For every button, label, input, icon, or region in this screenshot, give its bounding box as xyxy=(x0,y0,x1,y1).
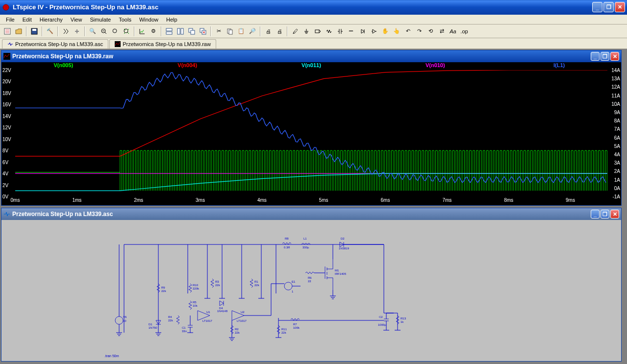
tab-label: Przetwornica Step-Up na LM339.asc xyxy=(15,41,103,47)
schematic-maximize-button[interactable]: ❐ xyxy=(601,210,609,218)
legend-v-n010[interactable]: V(n010) xyxy=(373,62,497,70)
window-title: LTspice IV - Przetwornica Step-Up na LM3… xyxy=(13,3,592,11)
waveform-maximize-button[interactable]: ❐ xyxy=(601,52,609,61)
waveform-titlebar[interactable]: Przetwornica Step-Up na LM339.raw _ ❐ ✕ xyxy=(1,50,621,62)
svg-text:330µ: 330µ xyxy=(302,246,309,249)
tab-waveform[interactable]: Przetwornica Step-Up na LM339.raw xyxy=(109,39,216,49)
svg-text:22k: 22k xyxy=(168,319,174,322)
svg-text:R3: R3 xyxy=(215,280,219,283)
print-setup-button[interactable]: 🖨 xyxy=(274,26,285,37)
tile-vert-button[interactable] xyxy=(175,26,186,37)
waveform-icon xyxy=(3,53,10,60)
waveform-plot-area[interactable]: V(n005) V(n004) V(n011) V(n010) I(L1) 0V… xyxy=(1,62,621,205)
move-button[interactable]: ✋ xyxy=(380,26,391,37)
svg-rect-8 xyxy=(166,28,172,31)
tab-schematic[interactable]: Przetwornica Step-Up na LM339.asc xyxy=(2,39,108,49)
menu-tools[interactable]: Tools xyxy=(115,16,135,24)
svg-text:U1: U1 xyxy=(206,311,210,314)
legend-v-n005[interactable]: V(n005) xyxy=(1,62,125,70)
main-titlebar: LTspice IV - Przetwornica Step-Up na LM3… xyxy=(0,0,627,15)
legend-v-n004[interactable]: V(n004) xyxy=(125,62,250,70)
schematic-minimize-button[interactable]: _ xyxy=(591,210,600,218)
cascade-button[interactable] xyxy=(186,26,197,37)
component-button[interactable] xyxy=(369,26,379,37)
close-button[interactable]: ✕ xyxy=(615,2,625,12)
svg-text:1N5819: 1N5819 xyxy=(339,247,350,250)
close-all-button[interactable] xyxy=(198,26,208,37)
x-axis[interactable]: 0ms1ms2ms3ms4ms5ms6ms7ms8ms9ms xyxy=(15,197,607,204)
save-button[interactable] xyxy=(29,26,40,37)
svg-text:V6: V6 xyxy=(123,315,127,318)
svg-text:E1: E1 xyxy=(292,280,296,283)
tab-label: Przetwornica Step-Up na LM339.raw xyxy=(123,41,211,47)
mirror-button[interactable]: ⇄ xyxy=(436,26,447,37)
menu-simulate[interactable]: Simulate xyxy=(86,16,115,24)
copy-button[interactable] xyxy=(225,26,235,37)
spice-directive-button[interactable]: .op xyxy=(459,26,470,37)
diode-button[interactable] xyxy=(357,26,368,37)
label-button[interactable] xyxy=(312,26,323,37)
legend-i-l1[interactable]: I(L1) xyxy=(497,62,621,70)
wire-button[interactable]: 🖊 xyxy=(290,26,301,37)
drag-button[interactable]: 👆 xyxy=(391,26,402,37)
settings-icon[interactable]: ⚙ xyxy=(148,26,159,37)
zoom-out-button[interactable] xyxy=(99,26,109,37)
plot-canvas[interactable] xyxy=(15,70,607,196)
document-tabs: Przetwornica Step-Up na LM339.asc Przetw… xyxy=(0,38,627,49)
zoom-in-button[interactable]: 🔍 xyxy=(87,26,98,37)
menu-edit[interactable]: Edit xyxy=(19,16,36,24)
capacitor-button[interactable] xyxy=(335,26,346,37)
schematic-close-button[interactable]: ✕ xyxy=(610,210,619,218)
inductor-button[interactable] xyxy=(346,26,357,37)
halt-button[interactable] xyxy=(72,26,82,37)
paste-button[interactable]: 📋 xyxy=(236,26,247,37)
autorange-button[interactable] xyxy=(137,26,148,37)
trace-legend: V(n005) V(n004) V(n011) V(n010) I(L1) xyxy=(1,62,621,70)
waveform-minimize-button[interactable]: _ xyxy=(591,52,600,61)
svg-text:R10: R10 xyxy=(193,284,199,287)
menu-hierarchy[interactable]: Hierarchy xyxy=(36,16,67,24)
schematic-titlebar[interactable]: Przetwornica Step-Up na LM339.asc _ ❐ ✕ xyxy=(1,208,621,220)
undo-button[interactable]: ↶ xyxy=(402,26,413,37)
mdi-client-area: Przetwornica Step-Up na LM339.raw _ ❐ ✕ … xyxy=(0,49,627,364)
cut-button[interactable]: ✂ xyxy=(213,26,224,37)
svg-text:M1: M1 xyxy=(335,269,339,272)
menu-file[interactable]: File xyxy=(2,16,19,24)
redo-button[interactable]: ↷ xyxy=(414,26,425,37)
hammer-icon[interactable]: 🔨 xyxy=(45,26,55,37)
menu-view[interactable]: View xyxy=(67,16,86,24)
svg-rect-13 xyxy=(191,30,195,34)
y-axis-right[interactable]: -1A0A1A2A3A4A5A6A7A8A9A10A11A12A13A14A xyxy=(605,70,620,196)
svg-text:R11: R11 xyxy=(281,328,287,331)
schematic-icon xyxy=(3,211,10,218)
svg-text:10k: 10k xyxy=(193,304,198,307)
run-button[interactable] xyxy=(60,26,71,37)
minimize-button[interactable]: _ xyxy=(592,2,602,12)
svg-text:22k: 22k xyxy=(215,284,221,287)
svg-rect-10 xyxy=(177,28,180,34)
waveform-window-title: Przetwornica Step-Up na LM339.raw xyxy=(12,53,591,60)
svg-rect-11 xyxy=(181,28,183,34)
zoom-area-button[interactable] xyxy=(110,26,121,37)
open-button[interactable] xyxy=(13,26,24,37)
maximize-button[interactable]: ❐ xyxy=(603,2,614,12)
menu-window[interactable]: Window xyxy=(135,16,162,24)
svg-text:R13: R13 xyxy=(401,317,406,320)
svg-text:1N750: 1N750 xyxy=(149,326,157,329)
tile-horiz-button[interactable] xyxy=(164,26,175,37)
print-button[interactable]: 🖨 xyxy=(263,26,274,37)
rotate-button[interactable]: ⟲ xyxy=(425,26,436,37)
svg-text:U2: U2 xyxy=(241,311,245,314)
legend-v-n011[interactable]: V(n011) xyxy=(250,62,374,70)
schematic-canvas[interactable]: V610R922kD11N750R10220kR510kR422kC133nLT… xyxy=(1,220,621,361)
resistor-button[interactable] xyxy=(324,26,334,37)
find-button[interactable]: 🔎 xyxy=(247,26,258,37)
svg-text:0.3R: 0.3R xyxy=(284,246,290,249)
ground-button[interactable] xyxy=(301,26,312,37)
zoom-fit-button[interactable] xyxy=(121,26,132,37)
waveform-close-button[interactable]: ✕ xyxy=(610,52,619,61)
new-schematic-button[interactable] xyxy=(2,26,13,37)
svg-text:10: 10 xyxy=(123,319,126,322)
text-button[interactable]: Aa xyxy=(448,26,458,37)
menu-help[interactable]: Help xyxy=(162,16,181,24)
